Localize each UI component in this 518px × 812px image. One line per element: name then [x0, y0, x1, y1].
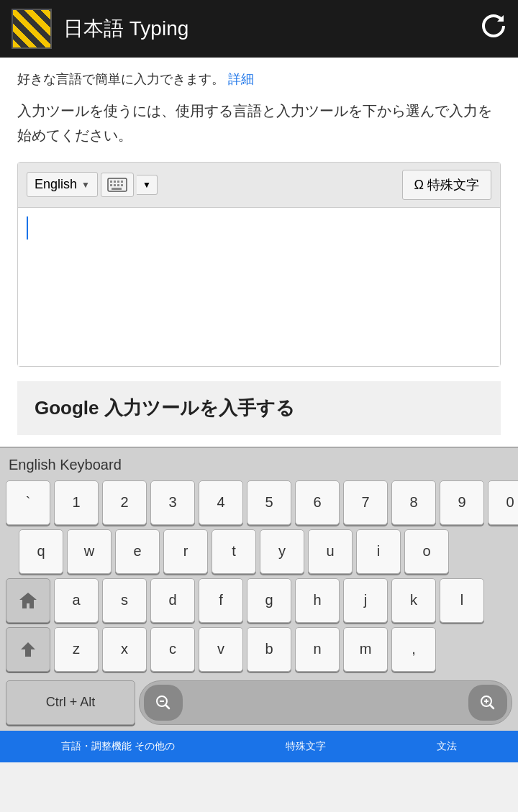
- svg-rect-7: [117, 184, 119, 186]
- svg-rect-9: [112, 188, 122, 190]
- refresh-icon[interactable]: [481, 13, 506, 45]
- key-q[interactable]: q: [19, 529, 63, 574]
- key-g[interactable]: g: [247, 578, 291, 623]
- key-d[interactable]: d: [150, 578, 195, 623]
- keyboard-type-button[interactable]: [101, 173, 134, 197]
- space-bar-track[interactable]: [139, 680, 512, 725]
- key-z[interactable]: z: [54, 627, 99, 672]
- keyboard-icon: [107, 178, 127, 192]
- key-k[interactable]: k: [391, 578, 436, 623]
- key-b[interactable]: b: [247, 627, 291, 672]
- language-label: English: [35, 177, 77, 192]
- key-row-numbers: ` 1 2 3 4 5 6 7 8 9 0: [6, 480, 512, 525]
- svg-rect-2: [114, 181, 116, 183]
- key-u[interactable]: u: [308, 529, 353, 574]
- key-m[interactable]: m: [343, 627, 388, 672]
- header-left: 日本語 Typing: [12, 9, 188, 49]
- key-s[interactable]: s: [102, 578, 147, 623]
- key-f[interactable]: f: [199, 578, 243, 623]
- toolbar-left: English ▼: [27, 172, 158, 197]
- language-select[interactable]: English ▼: [27, 172, 98, 197]
- key-6[interactable]: 6: [295, 480, 340, 525]
- svg-rect-5: [110, 184, 112, 186]
- space-bar-plus[interactable]: [468, 685, 507, 721]
- app-icon-inner: [13, 10, 50, 47]
- bottom-nav-item-0[interactable]: 言語・調整機能 その他の: [61, 740, 175, 753]
- key-backtick[interactable]: `: [6, 480, 50, 525]
- key-x[interactable]: x: [102, 627, 147, 672]
- key-comma[interactable]: ,: [391, 627, 436, 672]
- app-title: 日本語 Typing: [63, 15, 188, 42]
- key-t[interactable]: t: [212, 529, 256, 574]
- key-5[interactable]: 5: [247, 480, 291, 525]
- key-c[interactable]: c: [150, 627, 195, 672]
- key-row-asdf: a s d f g h j k l: [6, 578, 512, 623]
- key-7[interactable]: 7: [343, 480, 388, 525]
- keyboard-section: English Keyboard ` 1 2 3 4 5 6 7 8 9 0 q…: [0, 447, 518, 731]
- bottom-nav-item-1[interactable]: 特殊文字: [286, 740, 326, 753]
- description-text: 好きな言語で簡単に入力できます。 詳細: [17, 69, 501, 90]
- app-header: 日本語 Typing: [0, 0, 518, 58]
- zoom-in-icon: [479, 694, 496, 711]
- bottom-nav-item-2[interactable]: 文法: [437, 740, 457, 753]
- shift-icon: [18, 639, 38, 660]
- key-0[interactable]: 0: [488, 480, 518, 525]
- text-input-area[interactable]: [18, 208, 500, 366]
- svg-rect-8: [121, 184, 123, 186]
- key-9[interactable]: 9: [440, 480, 484, 525]
- key-2[interactable]: 2: [102, 480, 147, 525]
- key-3[interactable]: 3: [150, 480, 195, 525]
- language-dropdown-arrow: ▼: [81, 180, 90, 190]
- bottom-nav: 言語・調整機能 その他の 特殊文字 文法: [0, 731, 518, 762]
- key-v[interactable]: v: [199, 627, 243, 672]
- keyboard-label: English Keyboard: [6, 457, 512, 473]
- svg-rect-4: [121, 181, 123, 183]
- key-w[interactable]: w: [67, 529, 112, 574]
- key-j[interactable]: j: [343, 578, 388, 623]
- zoom-out-icon: [155, 694, 172, 711]
- key-ctrl-alt[interactable]: Ctrl + Alt: [6, 680, 135, 725]
- key-o[interactable]: o: [404, 529, 449, 574]
- key-home[interactable]: [6, 578, 50, 623]
- key-h[interactable]: h: [295, 578, 340, 623]
- key-a[interactable]: a: [54, 578, 99, 623]
- content-area: 好きな言語で簡単に入力できます。 詳細 入力ツールを使うには、使用する言語と入力…: [0, 58, 518, 447]
- key-1[interactable]: 1: [54, 480, 99, 525]
- key-r[interactable]: r: [163, 529, 208, 574]
- key-l[interactable]: l: [440, 578, 484, 623]
- key-n[interactable]: n: [295, 627, 340, 672]
- key-y[interactable]: y: [260, 529, 304, 574]
- get-tools-title: Google 入力ツールを入手する: [35, 397, 295, 419]
- svg-rect-6: [114, 184, 116, 186]
- text-cursor: [27, 216, 28, 240]
- app-icon: [12, 9, 52, 49]
- key-i[interactable]: i: [356, 529, 401, 574]
- detail-link[interactable]: 詳細: [228, 72, 254, 86]
- key-row-zxcv: z x c v b n m ,: [6, 627, 512, 672]
- key-row-qwerty: q w e r t y u i o: [6, 529, 512, 574]
- get-tools-section: Google 入力ツールを入手する: [17, 381, 501, 435]
- svg-rect-1: [110, 181, 112, 183]
- special-chars-button[interactable]: Ω 特殊文字: [402, 170, 491, 200]
- key-4[interactable]: 4: [199, 480, 243, 525]
- space-bar-minus[interactable]: [144, 685, 183, 721]
- keyboard-dropdown-arrow[interactable]: ▼: [137, 175, 158, 195]
- space-bar-container: [139, 680, 512, 725]
- key-8[interactable]: 8: [391, 480, 436, 525]
- svg-line-16: [490, 705, 494, 708]
- svg-line-12: [165, 705, 169, 708]
- svg-rect-3: [117, 181, 119, 183]
- bottom-row: Ctrl + Alt: [6, 680, 512, 725]
- key-shift[interactable]: [6, 627, 50, 672]
- input-toolbar-container: English ▼: [17, 162, 501, 367]
- instruction-text: 入力ツールを使うには、使用する言語と入力ツールを下から選んで入力を始めてください…: [17, 99, 501, 147]
- home-icon: [17, 590, 39, 611]
- key-e[interactable]: e: [115, 529, 160, 574]
- input-toolbar: English ▼: [18, 163, 500, 208]
- keyboard-rows: ` 1 2 3 4 5 6 7 8 9 0 q w e r t y u i o: [6, 480, 512, 725]
